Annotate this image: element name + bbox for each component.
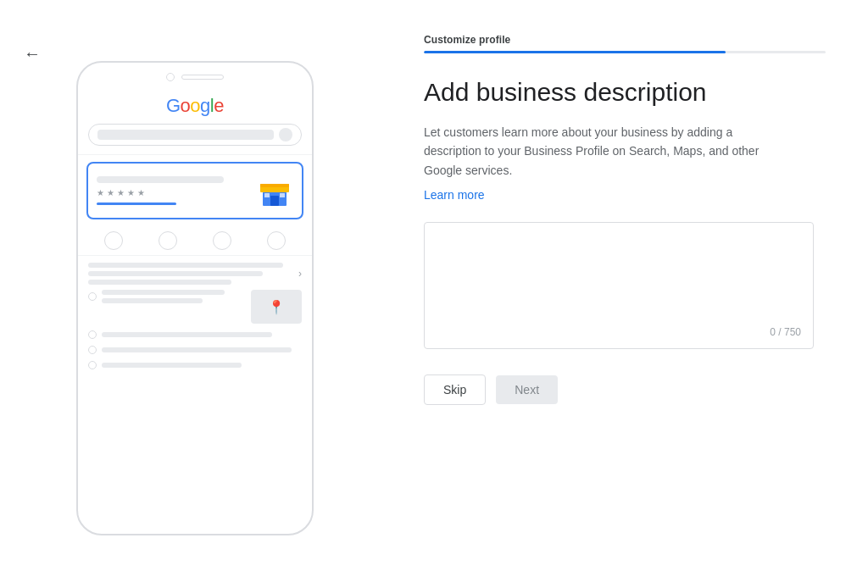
action-icons-row — [78, 226, 312, 256]
ph-lines-1 — [88, 263, 293, 285]
phone-lines — [102, 347, 302, 352]
ph-line-3 — [88, 280, 231, 285]
arrow-right-icon: › — [298, 268, 302, 280]
star-3: ★ — [117, 188, 125, 197]
map-pin-icon-sm — [88, 292, 97, 301]
bc-name-line — [97, 176, 224, 183]
phone-icon-sm — [88, 346, 97, 354]
phone-content: Google ★ ★ ★ — [78, 86, 312, 534]
right-panel: Customize profile Add business descripti… — [390, 0, 868, 588]
map-pin: 📍 — [268, 299, 285, 315]
phone-camera — [166, 73, 175, 81]
description-textarea-wrapper: 0 / 750 — [424, 222, 814, 349]
hours-row — [88, 330, 302, 339]
clock-icon-sm — [88, 330, 97, 339]
hours-lines — [102, 332, 302, 337]
description-text: Let customers learn more about your busi… — [424, 123, 780, 180]
business-card-highlight: ★ ★ ★ ★ ★ — [86, 162, 303, 219]
svg-rect-3 — [264, 193, 270, 197]
section-with-arrow: › — [88, 263, 302, 285]
progress-bar-fill — [424, 51, 726, 53]
learn-more-link[interactable]: Learn more — [424, 188, 826, 202]
phone-top-bar — [78, 63, 312, 86]
skip-button[interactable]: Skip — [424, 374, 486, 405]
star-5: ★ — [137, 188, 145, 197]
star-2: ★ — [107, 188, 114, 197]
web-line — [102, 363, 242, 368]
search-bar-inner — [97, 130, 274, 140]
phone-row — [88, 346, 302, 354]
ph-line-1 — [88, 263, 283, 268]
char-count: 0 / 750 — [437, 326, 801, 338]
google-logo-text: Google — [166, 95, 224, 117]
bc-stars: ★ ★ ★ ★ ★ — [97, 188, 256, 197]
logo-e: e — [214, 95, 224, 116]
action-icon-location — [159, 231, 177, 250]
progress-bar-bg — [424, 51, 826, 53]
progress-section: Customize profile — [424, 34, 826, 53]
svg-rect-2 — [270, 196, 279, 206]
phone-body: › 📍 — [78, 256, 312, 383]
search-icon — [279, 128, 292, 141]
bc-blue-line — [97, 202, 176, 205]
map-line-2 — [102, 298, 203, 303]
ph-line-2 — [88, 271, 263, 276]
action-icon-more — [267, 231, 286, 250]
svg-rect-5 — [260, 184, 289, 187]
page-title: Add business description — [424, 77, 826, 108]
phone-speaker — [181, 75, 224, 80]
web-row — [88, 361, 302, 369]
phone-line — [102, 347, 292, 352]
google-search-area: Google — [78, 86, 312, 155]
logo-g2: g — [200, 95, 210, 116]
action-icon-phone — [104, 231, 123, 250]
business-card-left: ★ ★ ★ ★ ★ — [97, 176, 256, 205]
logo-o1: o — [181, 95, 191, 116]
description-textarea[interactable] — [437, 233, 801, 323]
map-lines — [102, 290, 246, 303]
progress-label: Customize profile — [424, 34, 826, 46]
logo-o2: o — [190, 95, 200, 116]
store-icon — [256, 172, 293, 209]
google-logo: Google — [88, 95, 302, 117]
map-thumbnail: 📍 — [251, 290, 302, 324]
search-bar — [88, 124, 302, 146]
left-panel: Google ★ ★ ★ — [0, 0, 390, 588]
next-button[interactable]: Next — [496, 375, 558, 404]
star-1: ★ — [97, 188, 104, 197]
hours-line — [102, 332, 272, 337]
action-icon-save — [213, 231, 231, 250]
web-lines — [102, 363, 302, 368]
star-4: ★ — [127, 188, 135, 197]
map-section: 📍 — [88, 290, 302, 324]
phone-mockup: Google ★ ★ ★ — [76, 61, 314, 535]
web-icon-sm — [88, 361, 97, 369]
back-button[interactable]: ← — [24, 44, 41, 64]
logo-g: G — [166, 95, 181, 116]
svg-rect-4 — [280, 193, 285, 197]
page-container: ← Google — [0, 0, 868, 588]
map-line-1 — [102, 290, 225, 295]
buttons-row: Skip Next — [424, 374, 826, 405]
